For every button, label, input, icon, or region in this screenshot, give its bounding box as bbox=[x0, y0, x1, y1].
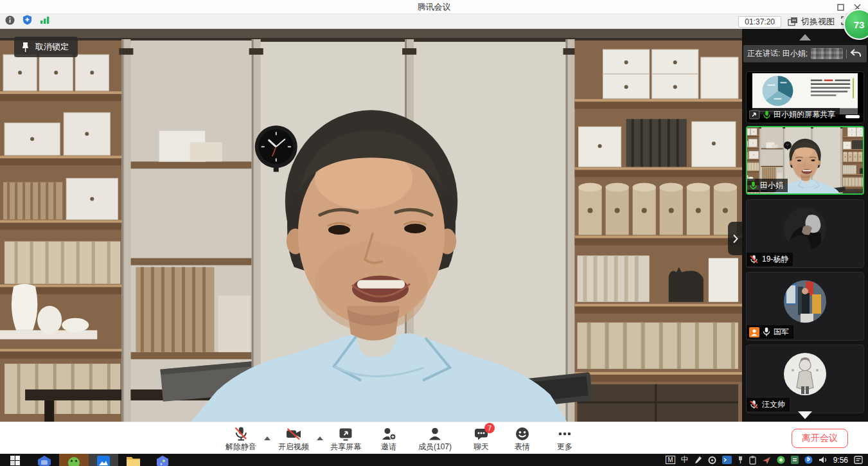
start-video-button[interactable]: 开启视频 bbox=[272, 422, 315, 454]
tile-participant[interactable]: 汪文帅 bbox=[746, 345, 864, 413]
participant-name: 国军 bbox=[774, 327, 789, 337]
participant-name: 19-杨静 bbox=[762, 254, 788, 265]
security-shield-icon[interactable] bbox=[22, 15, 32, 28]
reactions-button[interactable]: 表情 bbox=[504, 422, 541, 454]
start-button[interactable] bbox=[0, 454, 30, 466]
mic-muted-icon bbox=[233, 426, 249, 442]
unpin-button[interactable]: 取消锁定 bbox=[14, 37, 78, 57]
tray-bluetooth-icon[interactable] bbox=[804, 454, 813, 466]
member-badge-icon bbox=[749, 327, 759, 337]
tray-terminal-icon[interactable] bbox=[722, 454, 732, 466]
toolbar-label: 共享屏幕 bbox=[330, 443, 361, 451]
taskbar-app-photos[interactable] bbox=[89, 454, 118, 466]
mic-on-icon bbox=[763, 327, 770, 337]
divider bbox=[846, 49, 847, 58]
camera-muted-icon bbox=[285, 426, 302, 442]
participant-name: 田小娟 bbox=[760, 180, 783, 191]
tray-pin-icon[interactable] bbox=[738, 454, 743, 466]
scroll-down-arrow[interactable] bbox=[798, 411, 812, 419]
blue-app-icon bbox=[38, 456, 51, 466]
share-screen-icon bbox=[338, 426, 353, 442]
reply-button[interactable] bbox=[850, 48, 862, 60]
scroll-up-arrow[interactable] bbox=[799, 34, 811, 40]
tray-volume-icon[interactable] bbox=[819, 454, 828, 466]
window-titlebar: 腾讯会议 bbox=[0, 0, 868, 14]
tray-green-app-icon[interactable] bbox=[777, 454, 785, 466]
tile-participant[interactable]: 国军 bbox=[746, 272, 864, 341]
tile-screen-share[interactable]: 田小娟的屏幕共享 bbox=[746, 71, 864, 123]
tray-gear-icon[interactable] bbox=[708, 454, 716, 466]
blurred-names bbox=[811, 48, 843, 59]
share-screen-button[interactable]: 共享屏幕 bbox=[325, 422, 366, 454]
taskbar-app-hexagon[interactable] bbox=[148, 454, 177, 466]
audio-options-caret[interactable] bbox=[262, 422, 272, 454]
tile-name-tag: 田小娟 bbox=[747, 179, 788, 192]
video-options-caret[interactable] bbox=[315, 422, 325, 454]
switch-view-label: 切换视图 bbox=[801, 16, 835, 28]
windows-start-icon bbox=[10, 456, 20, 465]
share-progress-pill bbox=[846, 115, 860, 118]
sidebar-collapse-handle[interactable] bbox=[728, 222, 742, 255]
more-button[interactable]: 更多 bbox=[546, 422, 583, 454]
tray-notification-icon[interactable] bbox=[854, 454, 863, 466]
maximize-icon bbox=[837, 4, 844, 11]
tray-doc-icon[interactable] bbox=[791, 454, 799, 466]
floating-badge-value: 73 bbox=[854, 19, 865, 30]
meeting-timer: 01:37:20 bbox=[738, 16, 781, 28]
members-button[interactable]: 成员(107) bbox=[411, 422, 459, 454]
tray-clipboard-icon[interactable] bbox=[749, 454, 756, 466]
invite-button[interactable]: 邀请 bbox=[370, 422, 407, 454]
pin-icon bbox=[21, 42, 30, 53]
toolbar-label: 聊天 bbox=[474, 443, 489, 451]
tray-ime-lang[interactable]: 中 bbox=[681, 454, 689, 463]
participant-name: 汪文帅 bbox=[762, 399, 785, 410]
toolbar-label: 开启视频 bbox=[278, 443, 309, 451]
more-dots-icon bbox=[557, 426, 572, 442]
taskbar-file-explorer[interactable] bbox=[118, 454, 148, 466]
window-title: 腾讯会议 bbox=[0, 1, 868, 13]
tile-name-tag: 国军 bbox=[747, 325, 793, 339]
toolbar-label: 邀请 bbox=[381, 443, 396, 451]
tile-speaker-video[interactable]: 田小娟 bbox=[746, 126, 864, 195]
tile-name-tag: 19-杨静 bbox=[747, 253, 793, 266]
tile-participant[interactable]: 19-杨静 bbox=[746, 199, 864, 268]
maximize-button[interactable] bbox=[833, 2, 847, 13]
network-signal-icon[interactable] bbox=[40, 15, 50, 27]
tencent-meeting-window: 腾讯会议 01:37:20 bbox=[0, 0, 868, 466]
toolbar-label: 解除静音 bbox=[226, 443, 256, 451]
hexagon-app-icon bbox=[156, 456, 169, 466]
chevron-right-icon bbox=[732, 234, 738, 244]
mic-muted-icon bbox=[749, 400, 759, 409]
tray-plane-icon[interactable] bbox=[762, 454, 771, 466]
folder-icon bbox=[127, 456, 140, 466]
speaking-banner: 正在讲话: 田小娟; bbox=[743, 45, 867, 62]
tray-pen-icon[interactable] bbox=[695, 454, 702, 466]
os-taskbar: M 中 9:56 bbox=[0, 454, 868, 466]
tile-name-tag: 汪文帅 bbox=[747, 398, 790, 411]
taskbar-app-green[interactable] bbox=[59, 454, 89, 466]
participants-sidebar: 正在讲话: 田小娟; bbox=[742, 29, 868, 422]
chat-unread-badge: 7 bbox=[484, 423, 495, 433]
mic-muted-icon bbox=[749, 255, 759, 264]
avatar bbox=[784, 280, 826, 323]
unpin-label: 取消锁定 bbox=[35, 41, 69, 53]
switch-view-button[interactable]: 切换视图 bbox=[788, 16, 835, 28]
tray-ime-mode[interactable]: M bbox=[666, 456, 675, 464]
mic-on-icon bbox=[763, 111, 770, 120]
smiley-icon bbox=[515, 426, 530, 442]
screen-share-icon bbox=[749, 110, 760, 120]
green-creature-icon bbox=[67, 456, 80, 466]
tray-clock[interactable]: 9:56 bbox=[833, 454, 848, 465]
leave-meeting-button[interactable]: 离开会议 bbox=[792, 429, 848, 448]
mic-on-icon bbox=[750, 181, 757, 190]
meeting-info-icon[interactable] bbox=[5, 15, 15, 28]
unmute-button[interactable]: 解除静音 bbox=[220, 422, 262, 454]
taskbar-app-blue[interactable] bbox=[30, 454, 59, 466]
chat-button[interactable]: 7 聊天 bbox=[463, 422, 500, 454]
toolbar-label: 成员(107) bbox=[418, 443, 452, 451]
toolbar-label: 表情 bbox=[515, 443, 530, 451]
speaking-banner-label: 正在讲话: 田小娟; bbox=[747, 48, 808, 59]
speaker-video-feed bbox=[0, 29, 742, 422]
meeting-toolbar: 解除静音 开启视频 bbox=[0, 422, 868, 454]
members-icon bbox=[427, 426, 443, 442]
